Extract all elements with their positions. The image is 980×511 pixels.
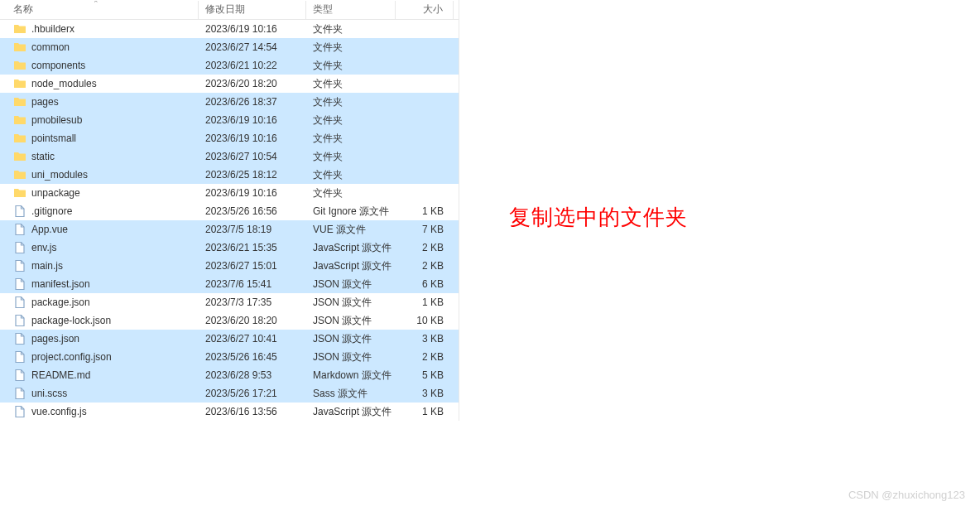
cell-name: main.js (0, 257, 199, 275)
column-header-name[interactable]: 名称 ⌃ (0, 1, 199, 19)
cell-size: 1 KB (396, 403, 454, 421)
cell-date: 2023/7/3 17:35 (199, 293, 306, 311)
file-name-label: pointsmall (31, 133, 76, 144)
cell-type: Git Ignore 源文件 (306, 202, 396, 220)
file-row[interactable]: common2023/6/27 14:54文件夹 (0, 38, 459, 56)
cell-name: node_modules (0, 75, 199, 93)
file-row[interactable]: manifest.json2023/7/6 15:41JSON 源文件6 KB (0, 275, 459, 293)
cell-date: 2023/6/28 9:53 (199, 366, 306, 384)
file-name-label: README.md (31, 369, 90, 381)
column-header-type-label: 类型 (313, 2, 333, 17)
file-row[interactable]: package-lock.json2023/6/20 18:20JSON 源文件… (0, 311, 459, 330)
file-row[interactable]: project.config.json2023/5/26 16:45JSON 源… (0, 348, 459, 366)
cell-name: package.json (0, 293, 199, 311)
file-row[interactable]: main.js2023/6/27 15:01JavaScript 源文件2 KB (0, 257, 459, 275)
cell-date: 2023/6/27 10:54 (199, 147, 306, 166)
cell-date: 2023/6/27 14:54 (199, 38, 306, 56)
cell-type: 文件夹 (306, 93, 396, 111)
file-row[interactable]: pages.json2023/6/27 10:41JSON 源文件3 KB (0, 330, 459, 348)
cell-name: common (0, 38, 199, 56)
cell-size (396, 111, 454, 129)
cell-size (396, 56, 454, 75)
cell-name: uni_modules (0, 166, 199, 184)
file-row[interactable]: pages2023/6/26 18:37文件夹 (0, 93, 459, 111)
file-row[interactable]: uni.scss2023/5/26 17:21Sass 源文件3 KB (0, 384, 459, 403)
file-name-label: node_modules (31, 78, 97, 89)
file-icon (13, 259, 26, 272)
cell-type: JSON 源文件 (306, 311, 396, 330)
cell-name: README.md (0, 366, 199, 384)
file-name-label: pmobilesub (31, 114, 82, 126)
cell-name: pages (0, 93, 199, 111)
cell-name: .hbuilderx (0, 20, 199, 38)
column-header-type[interactable]: 类型 (306, 1, 396, 19)
file-rows-container: .hbuilderx2023/6/19 10:16文件夹common2023/6… (0, 20, 459, 421)
cell-date: 2023/7/6 15:41 (199, 275, 306, 293)
file-name-label: manifest.json (31, 278, 90, 290)
file-list: 名称 ⌃ 修改日期 类型 大小 .hbuilderx2023/6/19 10:1… (0, 0, 459, 421)
file-row[interactable]: README.md2023/6/28 9:53Markdown 源文件5 KB (0, 366, 459, 384)
file-icon (13, 405, 26, 418)
cell-type: JSON 源文件 (306, 330, 396, 348)
folder-icon (13, 132, 26, 145)
file-name-label: uni.scss (31, 388, 67, 399)
file-row[interactable]: static2023/6/27 10:54文件夹 (0, 147, 459, 166)
folder-icon (13, 150, 26, 163)
cell-size: 6 KB (396, 275, 454, 293)
file-row[interactable]: pointsmall2023/6/19 10:16文件夹 (0, 129, 459, 147)
file-icon (13, 241, 26, 254)
cell-date: 2023/5/26 16:56 (199, 202, 306, 220)
cell-date: 2023/5/26 17:21 (199, 384, 306, 403)
cell-type: 文件夹 (306, 56, 396, 75)
cell-size: 3 KB (396, 330, 454, 348)
file-row[interactable]: components2023/6/21 10:22文件夹 (0, 56, 459, 75)
cell-size: 2 KB (396, 239, 454, 257)
file-row[interactable]: env.js2023/6/21 15:35JavaScript 源文件2 KB (0, 239, 459, 257)
cell-name: vue.config.js (0, 403, 199, 421)
column-header-date-label: 修改日期 (205, 2, 245, 17)
file-row[interactable]: package.json2023/7/3 17:35JSON 源文件1 KB (0, 293, 459, 311)
file-icon (13, 314, 26, 327)
file-row[interactable]: unpackage2023/6/19 10:16文件夹 (0, 184, 459, 202)
file-row[interactable]: node_modules2023/6/20 18:20文件夹 (0, 75, 459, 93)
cell-size: 7 KB (396, 220, 454, 239)
cell-type: 文件夹 (306, 20, 396, 38)
cell-type: JSON 源文件 (306, 348, 396, 366)
cell-size (396, 38, 454, 56)
cell-size (396, 184, 454, 202)
sort-ascending-icon: ⌃ (93, 1, 99, 7)
file-icon (13, 387, 26, 400)
cell-name: .gitignore (0, 202, 199, 220)
cell-name: env.js (0, 239, 199, 257)
file-icon (13, 223, 26, 236)
file-name-label: .hbuilderx (31, 23, 74, 35)
file-row[interactable]: .gitignore2023/5/26 16:56Git Ignore 源文件1… (0, 202, 459, 220)
cell-size (396, 20, 454, 38)
file-icon (13, 369, 26, 382)
file-row[interactable]: uni_modules2023/6/25 18:12文件夹 (0, 166, 459, 184)
cell-date: 2023/6/19 10:16 (199, 20, 306, 38)
cell-size: 1 KB (396, 202, 454, 220)
file-name-label: components (31, 60, 85, 71)
file-row[interactable]: pmobilesub2023/6/19 10:16文件夹 (0, 111, 459, 129)
file-icon (13, 296, 26, 309)
file-name-label: vue.config.js (31, 406, 87, 417)
cell-size: 5 KB (396, 366, 454, 384)
file-row[interactable]: vue.config.js2023/6/16 13:56JavaScript 源… (0, 403, 459, 421)
watermark-text: CSDN @zhuxichong123 (848, 489, 965, 501)
folder-icon (13, 59, 26, 72)
folder-icon (13, 95, 26, 108)
file-row[interactable]: App.vue2023/7/5 18:19VUE 源文件7 KB (0, 220, 459, 239)
cell-date: 2023/7/5 18:19 (199, 220, 306, 239)
file-row[interactable]: .hbuilderx2023/6/19 10:16文件夹 (0, 20, 459, 38)
file-name-label: unpackage (31, 187, 80, 199)
file-name-label: package.json (31, 296, 90, 308)
column-header-size[interactable]: 大小 (396, 1, 454, 19)
cell-date: 2023/6/26 18:37 (199, 93, 306, 111)
cell-type: JavaScript 源文件 (306, 403, 396, 421)
file-name-label: pages.json (31, 333, 79, 345)
cell-type: JSON 源文件 (306, 275, 396, 293)
cell-size (396, 147, 454, 166)
folder-icon (13, 113, 26, 127)
column-header-date[interactable]: 修改日期 (199, 1, 306, 19)
